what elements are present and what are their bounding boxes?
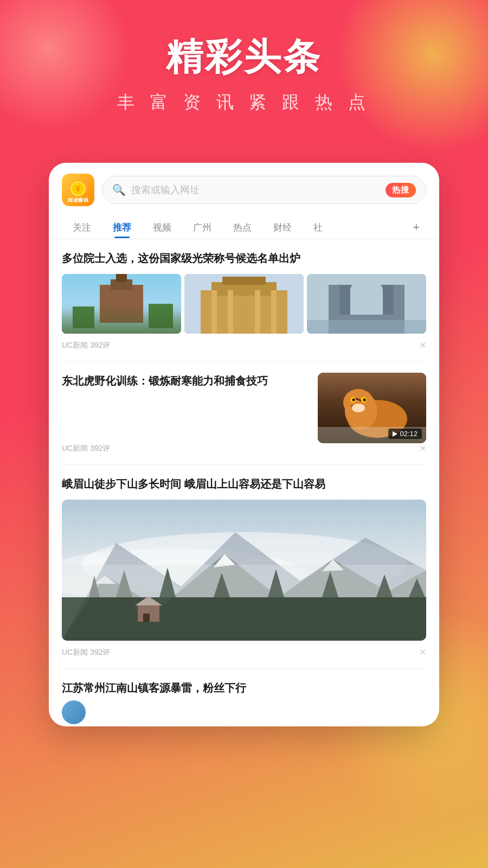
- article-2-title[interactable]: 东北虎野化训练：锻炼耐寒能力和捕食技巧: [62, 373, 309, 389]
- search-box[interactable]: 🔍 搜索或输入网址 热搜: [102, 176, 426, 204]
- svg-point-21: [350, 279, 383, 301]
- svg-rect-22: [307, 320, 426, 334]
- article-1-source-comments: UC新闻 392评: [62, 341, 110, 350]
- article-3: 峨眉山徒步下山多长时间 峨眉山上山容易还是下山容易: [62, 465, 426, 669]
- svg-rect-16: [271, 290, 277, 334]
- article-2-image: 02:12: [318, 373, 426, 443]
- article-1-title[interactable]: 多位院士入选，这份国家级光荣称号候选名单出炉: [62, 250, 426, 266]
- play-icon: [393, 431, 397, 437]
- article-2-row: 东北虎野化训练：锻炼耐寒能力和捕食技巧: [62, 373, 426, 443]
- article-3-image: [62, 500, 426, 641]
- phone-card: ¥ 阅读赚钱 🔍 搜索或输入网址 热搜 关注 推荐 视频 广州 热点 财经 社 …: [49, 163, 439, 726]
- news-feed: 多位院士入选，这份国家级光荣称号候选名单出炉: [49, 239, 439, 726]
- svg-rect-15: [255, 290, 260, 334]
- article-3-source-comments: UC新闻 392评: [62, 648, 110, 658]
- article-4-avatar: [62, 700, 86, 724]
- hero-subtitle: 丰 富 资 讯 紧 跟 热 点: [0, 91, 488, 114]
- article-1: 多位院士入选，这份国家级光荣称号候选名单出炉: [62, 239, 426, 362]
- svg-rect-8: [149, 304, 173, 328]
- svg-rect-13: [211, 290, 217, 334]
- article-1-close-button[interactable]: ✕: [419, 340, 426, 350]
- svg-rect-41: [62, 597, 426, 641]
- svg-point-29: [352, 399, 355, 401]
- article-2-text: 东北虎野化训练：锻炼耐寒能力和捕食技巧: [62, 373, 309, 397]
- article-1-source: UC新闻: [62, 341, 88, 349]
- article-2: 东北虎野化训练：锻炼耐寒能力和捕食技巧: [62, 362, 426, 465]
- article-1-image-1: [62, 274, 181, 334]
- article-2-close-button[interactable]: ✕: [419, 443, 426, 454]
- article-1-images: [62, 274, 426, 334]
- svg-point-30: [363, 399, 366, 401]
- article-4-row: [62, 700, 426, 724]
- tab-tuijian[interactable]: 推荐: [102, 217, 142, 238]
- svg-rect-6: [116, 274, 127, 282]
- tab-guangzhou[interactable]: 广州: [182, 217, 222, 238]
- tab-add-button[interactable]: +: [406, 216, 426, 239]
- article-1-image-2: [184, 274, 304, 334]
- app-icon[interactable]: ¥ 阅读赚钱: [62, 174, 94, 206]
- article-4-preview: 江苏常州江南山镇客源暴雷，粉丝下行: [62, 669, 426, 726]
- page-wrapper: 精彩头条 丰 富 资 讯 紧 跟 热 点 ¥ 阅读赚钱 🔍 搜索或输入网址 热搜: [0, 0, 488, 868]
- search-icon: 🔍: [112, 183, 126, 196]
- video-duration-badge: 02:12: [388, 429, 422, 439]
- svg-rect-54: [143, 614, 150, 622]
- tab-caijing[interactable]: 财经: [262, 217, 303, 238]
- app-icon-label: 阅读赚钱: [62, 197, 94, 204]
- video-duration-text: 02:12: [400, 430, 418, 438]
- search-placeholder: 搜索或输入网址: [131, 183, 380, 196]
- article-2-comments: 392评: [90, 444, 110, 452]
- tab-she[interactable]: 社: [303, 217, 333, 238]
- article-2-source: UC新闻: [62, 444, 88, 452]
- article-2-source-comments: UC新闻 392评: [62, 444, 110, 454]
- svg-rect-56: [62, 565, 426, 597]
- svg-rect-4: [100, 285, 143, 323]
- nav-tabs: 关注 推荐 视频 广州 热点 财经 社 +: [49, 212, 439, 239]
- article-3-meta: UC新闻 392评 ✕: [62, 647, 426, 658]
- article-3-close-button[interactable]: ✕: [419, 647, 426, 658]
- hero-title: 精彩头条: [0, 33, 488, 82]
- search-area: ¥ 阅读赚钱 🔍 搜索或输入网址 热搜: [49, 163, 439, 212]
- article-2-meta: UC新闻 392评 ✕: [62, 443, 426, 454]
- hot-badge[interactable]: 热搜: [386, 183, 416, 197]
- svg-text:¥: ¥: [76, 184, 80, 193]
- article-3-source: UC新闻: [62, 648, 88, 656]
- svg-rect-12: [222, 277, 266, 285]
- hero-section: 精彩头条 丰 富 资 讯 紧 跟 热 点: [0, 33, 488, 114]
- article-1-comments: 392评: [90, 341, 110, 349]
- article-1-meta: UC新闻 392评 ✕: [62, 340, 426, 350]
- article-3-comments: 392评: [90, 648, 110, 656]
- article-4-title[interactable]: 江苏常州江南山镇客源暴雷，粉丝下行: [62, 680, 426, 696]
- svg-point-31: [352, 404, 365, 412]
- svg-rect-7: [73, 307, 94, 328]
- tab-shipin[interactable]: 视频: [142, 217, 182, 238]
- article-1-image-3: [307, 274, 426, 334]
- tab-guanzhu[interactable]: 关注: [62, 217, 102, 238]
- article-3-title[interactable]: 峨眉山徒步下山多长时间 峨眉山上山容易还是下山容易: [62, 476, 426, 492]
- tab-redian[interactable]: 热点: [222, 217, 262, 238]
- svg-rect-14: [228, 290, 233, 334]
